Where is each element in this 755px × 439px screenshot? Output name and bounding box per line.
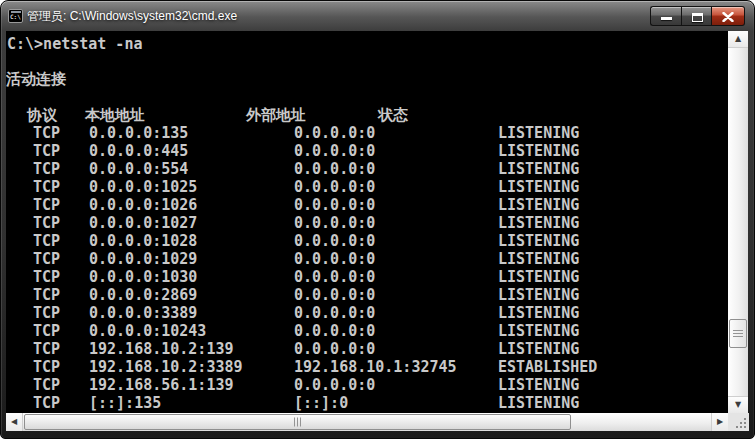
cell-state: LISTENING — [498, 394, 579, 412]
cell-proto: TCP — [33, 304, 60, 322]
vertical-scrollbar[interactable]: ▲ ▼ — [728, 31, 748, 413]
maximize-icon — [692, 13, 703, 22]
scroll-left-icon[interactable]: ◀ — [6, 413, 23, 431]
cell-foreign: 0.0.0.0:0 — [294, 250, 375, 268]
cell-state: LISTENING — [498, 178, 579, 196]
cell-state: LISTENING — [498, 250, 579, 268]
cell-local: 0.0.0.0:3389 — [89, 304, 197, 322]
maximize-button[interactable] — [681, 6, 712, 26]
cell-local: [::]:135 — [89, 394, 161, 412]
cell-proto: TCP — [33, 214, 60, 232]
cell-state: LISTENING — [498, 376, 579, 394]
scroll-down-icon[interactable]: ▼ — [728, 396, 748, 413]
cell-state: LISTENING — [498, 304, 579, 322]
cell-proto: TCP — [33, 268, 60, 286]
cell-foreign: [::]:0 — [294, 394, 348, 412]
cell-state: LISTENING — [498, 322, 579, 340]
table-row: TCP0.0.0.0:10250.0.0.0:0LISTENING — [6, 178, 728, 196]
cell-foreign: 0.0.0.0:0 — [294, 214, 375, 232]
cell-local: 192.168.10.2:3389 — [89, 358, 243, 376]
cell-state: LISTENING — [498, 268, 579, 286]
minimize-button[interactable] — [650, 6, 681, 26]
table-row: TCP192.168.10.2:3389192.168.10.1:32745ES… — [6, 358, 728, 376]
cell-local: 0.0.0.0:2869 — [89, 286, 197, 304]
table-row: TCP0.0.0.0:10300.0.0.0:0LISTENING — [6, 268, 728, 286]
cell-proto: TCP — [33, 160, 60, 178]
scroll-right-icon[interactable]: ▶ — [711, 413, 728, 431]
cell-local: 192.168.56.1:139 — [89, 376, 234, 394]
window-title: 管理员: C:\Windows\system32\cmd.exe — [27, 8, 237, 25]
cell-proto: TCP — [33, 340, 60, 358]
table-row: TCP0.0.0.0:10270.0.0.0:0LISTENING — [6, 214, 728, 232]
header-state: 状态 — [378, 106, 408, 124]
cell-proto: TCP — [33, 178, 60, 196]
header-local: 本地地址 — [85, 106, 145, 124]
window-controls — [650, 6, 745, 26]
cell-local: 0.0.0.0:1027 — [89, 214, 197, 232]
cell-proto: TCP — [33, 124, 60, 142]
console-screen[interactable]: C:\>netstat -na 活动连接 协议 本地地址 外部地址 状态 TCP… — [6, 31, 728, 413]
cmd-window: C:\ 管理员: C:\Windows\system32\cmd.exe C:\… — [0, 0, 755, 439]
cell-foreign: 0.0.0.0:0 — [294, 196, 375, 214]
resize-grip-icon[interactable] — [734, 416, 746, 428]
thumb-grip-icon — [294, 418, 302, 427]
cell-local: 0.0.0.0:1025 — [89, 178, 197, 196]
thumb-grip-icon — [733, 330, 743, 338]
table-row: TCP0.0.0.0:10260.0.0.0:0LISTENING — [6, 196, 728, 214]
cell-foreign: 0.0.0.0:0 — [294, 322, 375, 340]
vertical-scroll-thumb[interactable] — [729, 319, 747, 348]
cell-local: 0.0.0.0:554 — [89, 160, 188, 178]
horizontal-scroll-thumb[interactable] — [24, 414, 571, 430]
cell-local: 0.0.0.0:1029 — [89, 250, 197, 268]
cell-state: LISTENING — [498, 214, 579, 232]
table-row: TCP0.0.0.0:10290.0.0.0:0LISTENING — [6, 250, 728, 268]
cell-foreign: 0.0.0.0:0 — [294, 160, 375, 178]
table-row: TCP0.0.0.0:1350.0.0.0:0LISTENING — [6, 124, 728, 142]
scrollbar-corner — [728, 413, 749, 431]
active-connections-label: 活动连接 — [6, 70, 66, 88]
cmd-icon[interactable]: C:\ — [8, 9, 23, 23]
table-row: TCP0.0.0.0:28690.0.0.0:0LISTENING — [6, 286, 728, 304]
titlebar[interactable]: C:\ 管理员: C:\Windows\system32\cmd.exe — [1, 1, 754, 31]
table-row: TCP192.168.56.1:1390.0.0.0:0LISTENING — [6, 376, 728, 394]
cell-foreign: 0.0.0.0:0 — [294, 286, 375, 304]
cell-state: LISTENING — [498, 232, 579, 250]
cell-proto: TCP — [33, 286, 60, 304]
cell-state: LISTENING — [498, 196, 579, 214]
cell-state: LISTENING — [498, 340, 579, 358]
cell-proto: TCP — [33, 376, 60, 394]
table-row: TCP0.0.0.0:102430.0.0.0:0LISTENING — [6, 322, 728, 340]
cell-foreign: 192.168.10.1:32745 — [294, 358, 457, 376]
cell-state: LISTENING — [498, 160, 579, 178]
minimize-icon — [661, 17, 672, 20]
cell-proto: TCP — [33, 142, 60, 160]
table-row: TCP[::]:135[::]:0LISTENING — [6, 394, 728, 412]
cell-proto: TCP — [33, 250, 60, 268]
cell-proto: TCP — [33, 232, 60, 250]
scroll-up-icon[interactable]: ▲ — [728, 31, 748, 48]
cell-foreign: 0.0.0.0:0 — [294, 268, 375, 286]
cell-proto: TCP — [33, 394, 60, 412]
cell-state: ESTABLISHED — [498, 358, 597, 376]
cell-local: 0.0.0.0:135 — [89, 124, 188, 142]
cell-state: LISTENING — [498, 286, 579, 304]
header-foreign: 外部地址 — [246, 106, 306, 124]
cell-proto: TCP — [33, 196, 60, 214]
cell-foreign: 0.0.0.0:0 — [294, 304, 375, 322]
close-button[interactable] — [712, 6, 745, 26]
cell-local: 0.0.0.0:10243 — [89, 322, 206, 340]
table-header-row: 协议 本地地址 外部地址 状态 — [6, 106, 728, 124]
table-row: TCP0.0.0.0:10280.0.0.0:0LISTENING — [6, 232, 728, 250]
cell-state: LISTENING — [498, 124, 579, 142]
cell-foreign: 0.0.0.0:0 — [294, 232, 375, 250]
cell-local: 0.0.0.0:1028 — [89, 232, 197, 250]
table-row: TCP0.0.0.0:5540.0.0.0:0LISTENING — [6, 160, 728, 178]
horizontal-scrollbar[interactable]: ◀ ▶ — [6, 413, 728, 431]
cell-foreign: 0.0.0.0:0 — [294, 124, 375, 142]
cell-foreign: 0.0.0.0:0 — [294, 340, 375, 358]
table-row: TCP0.0.0.0:4450.0.0.0:0LISTENING — [6, 142, 728, 160]
cell-local: 192.168.10.2:139 — [89, 340, 234, 358]
cell-local: 0.0.0.0:445 — [89, 142, 188, 160]
table-row: TCP192.168.10.2:1390.0.0.0:0LISTENING — [6, 340, 728, 358]
cell-local: 0.0.0.0:1026 — [89, 196, 197, 214]
